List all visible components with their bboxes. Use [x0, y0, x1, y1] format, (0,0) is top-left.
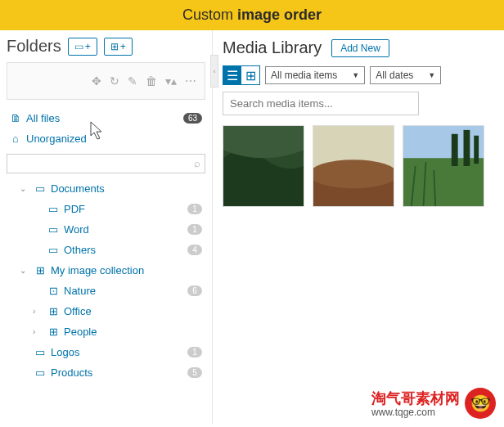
watermark: 淘气哥素材网 www.tqge.com 🤓: [371, 388, 496, 419]
folder-icon: ⊞: [34, 264, 46, 276]
media-thumb[interactable]: [223, 125, 304, 207]
more-icon[interactable]: ⋯: [185, 74, 196, 88]
search-media-input[interactable]: [223, 92, 419, 115]
folder-icon: ⊞: [47, 305, 59, 317]
sidebar-title: Folders: [7, 37, 61, 56]
media-type-filter[interactable]: All media items ▼: [265, 66, 365, 84]
folder-row[interactable]: ›⊞Office: [7, 301, 205, 321]
view-toggle: ☰ ⊞: [223, 65, 260, 85]
date-filter[interactable]: All dates ▼: [370, 66, 441, 84]
folder-row[interactable]: ⌄▭Documents: [7, 178, 205, 199]
media-gallery: [223, 125, 494, 207]
folder-row[interactable]: ⌄⊞My image collection: [7, 260, 205, 281]
chevron-icon: ⌄: [20, 184, 29, 193]
media-thumb[interactable]: [313, 125, 394, 207]
doc-icon: 🗎: [10, 112, 21, 124]
add-new-button[interactable]: Add New: [331, 39, 389, 57]
folder-icon: ▭: [34, 182, 46, 195]
folder-label: People: [64, 326, 202, 338]
media-type-label: All media items: [271, 70, 337, 81]
chevron-icon: ›: [33, 307, 43, 316]
unorganized-row[interactable]: ⌂ Unorganized: [7, 128, 205, 149]
svg-rect-8: [474, 136, 479, 164]
folder-count-badge: 5: [187, 367, 202, 378]
folder-label: Others: [64, 244, 182, 256]
watermark-icon: 🤓: [465, 388, 496, 419]
folder-icon: ⊞: [47, 326, 59, 338]
folder-label: Documents: [51, 182, 202, 195]
folder-icon: ▭: [47, 244, 59, 256]
folder-icon: ▭: [34, 346, 46, 358]
folder-label: My image collection: [51, 264, 202, 276]
all-files-row[interactable]: 🗎 All files 63: [7, 108, 205, 128]
folder-row[interactable]: ▭PDF1: [7, 199, 205, 219]
media-thumb[interactable]: [403, 125, 484, 207]
watermark-url: www.tqge.com: [371, 407, 460, 418]
folder-label: Word: [64, 223, 182, 236]
all-files-label: All files: [26, 112, 178, 124]
svg-rect-4: [403, 126, 484, 162]
edit-icon[interactable]: ✎: [128, 74, 137, 88]
refresh-icon[interactable]: ↻: [110, 74, 119, 88]
collapse-sidebar-handle[interactable]: ‹: [210, 55, 218, 88]
folder-label: Office: [64, 305, 202, 317]
grid-view-button[interactable]: ⊞: [241, 66, 259, 84]
banner: Custom image order: [0, 0, 504, 30]
folder-count-badge: 1: [187, 224, 202, 235]
folder-label: Nature: [64, 285, 182, 297]
folder-icon: ▭: [34, 366, 46, 379]
folder-row[interactable]: ▭Products5: [7, 362, 205, 383]
folder-count-badge: 1: [187, 204, 202, 214]
new-collection-button[interactable]: ⊞+: [104, 38, 133, 56]
date-filter-label: All dates: [376, 70, 413, 81]
svg-point-3: [313, 160, 394, 188]
chevron-icon: ›: [33, 327, 43, 336]
sort-icon[interactable]: ▾▴: [165, 74, 177, 88]
media-library-panel: Media Library Add New ☰ ⊞ All media item…: [213, 30, 504, 425]
page-title: Media Library: [223, 38, 322, 57]
delete-icon[interactable]: 🗑: [146, 74, 157, 88]
chevron-icon: ⌄: [20, 266, 29, 275]
watermark-text: 淘气哥素材网: [371, 390, 460, 407]
unorganized-label: Unorganized: [26, 133, 202, 145]
folder-row[interactable]: ▭Word1: [7, 219, 205, 240]
banner-prefix: Custom: [182, 7, 237, 23]
svg-rect-5: [403, 158, 484, 206]
chevron-down-icon: ▼: [352, 71, 359, 79]
folder-count-badge: 4: [187, 245, 202, 255]
new-folder-button[interactable]: ▭+: [68, 38, 97, 56]
banner-bold: image order: [237, 7, 322, 23]
move-icon[interactable]: ✥: [92, 74, 101, 88]
folder-row[interactable]: ▭Others4: [7, 240, 205, 260]
folder-icon: ▭: [47, 223, 59, 236]
folder-label: PDF: [64, 203, 182, 215]
folders-sidebar: Folders ▭+ ⊞+ ✥ ↻ ✎ 🗑 ▾▴ ⋯ 🗎 All files 6…: [0, 30, 213, 425]
folder-toolbar: ✥ ↻ ✎ 🗑 ▾▴ ⋯: [7, 62, 205, 100]
search-icon: ⌕: [194, 157, 200, 169]
folder-icon: ▭: [47, 203, 59, 215]
folder-row[interactable]: ▭Logos1: [7, 342, 205, 362]
folder-label: Products: [51, 366, 182, 379]
all-files-count: 63: [183, 113, 202, 124]
list-view-button[interactable]: ☰: [223, 66, 241, 84]
home-icon: ⌂: [10, 133, 21, 145]
svg-rect-7: [464, 130, 470, 166]
folder-icon: ⊡: [47, 285, 59, 297]
folder-row[interactable]: ⊡Nature6: [7, 281, 205, 301]
folder-row[interactable]: ›⊞People: [7, 321, 205, 342]
folder-count-badge: 1: [187, 347, 202, 357]
folder-count-badge: 6: [187, 285, 202, 296]
folder-search-input[interactable]: [7, 154, 205, 173]
svg-rect-6: [452, 134, 458, 166]
chevron-down-icon: ▼: [428, 71, 435, 79]
folder-label: Logos: [51, 346, 182, 358]
